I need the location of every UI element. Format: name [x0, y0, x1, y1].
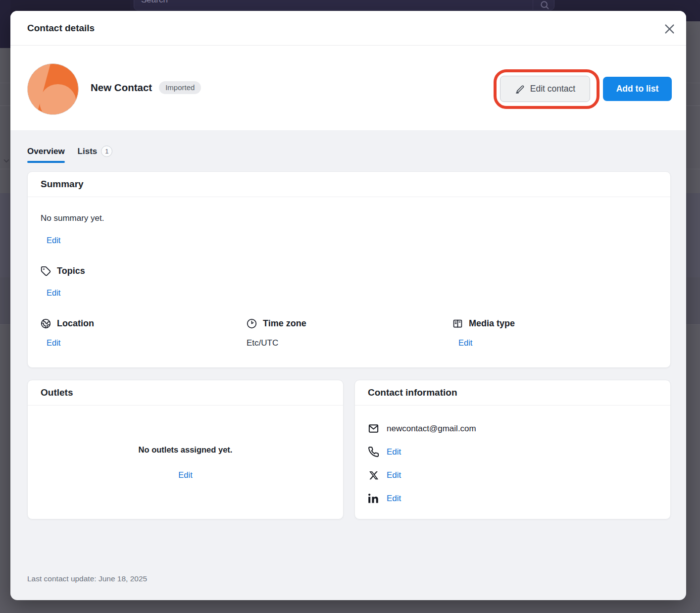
edit-contact-label: Edit contact [530, 84, 575, 94]
linkedin-row: Edit [368, 487, 657, 510]
outlets-title: Outlets [41, 387, 73, 398]
contact-name: New Contact [91, 82, 152, 94]
x-icon [368, 469, 379, 481]
media-type-edit-link[interactable]: Edit [458, 338, 472, 347]
topics-section: Topics [41, 266, 85, 276]
timezone-value: Etc/UTC [247, 338, 452, 348]
timezone-attribute: Time zone Etc/UTC [247, 318, 452, 348]
tab-lists[interactable]: Lists 1 [78, 146, 113, 163]
summary-edit-link[interactable]: Edit [47, 236, 60, 245]
outlets-empty-text: No outlets assigned yet. [139, 445, 233, 455]
summary-card: Summary No summary yet. Edit Topics Edit… [27, 171, 671, 368]
topics-edit-link[interactable]: Edit [47, 288, 60, 298]
modal-title: Contact details [27, 23, 95, 34]
email-icon [368, 423, 379, 434]
phone-icon [368, 446, 379, 458]
outlets-edit-link[interactable]: Edit [178, 470, 192, 480]
email-row: newcontact@gmail.com [368, 417, 657, 440]
tab-overview-label: Overview [27, 147, 65, 156]
imported-badge: Imported [159, 81, 201, 94]
avatar-shape [40, 84, 76, 115]
phone-edit-link[interactable]: Edit [387, 447, 401, 457]
contact-information-header: Contact information [355, 380, 670, 406]
linkedin-icon [368, 493, 379, 504]
tab-bar: Overview Lists 1 [27, 146, 112, 163]
media-type-label: Media type [469, 318, 515, 329]
timezone-label: Time zone [263, 318, 306, 329]
topics-label: Topics [57, 266, 85, 276]
attributes-row: Location Edit Time zone Etc/UTC [41, 318, 658, 348]
location-label: Location [57, 318, 94, 329]
x-edit-link[interactable]: Edit [387, 470, 401, 480]
search-input [141, 0, 517, 5]
outlets-card-header: Outlets [28, 380, 343, 406]
outlets-empty-state: No outlets assigned yet. Edit [28, 406, 343, 519]
media-type-attribute: Media type Edit [452, 318, 658, 348]
summary-card-header: Summary [28, 172, 670, 197]
close-button[interactable] [661, 20, 678, 37]
chevron-down-icon [2, 156, 11, 165]
clock-icon [247, 318, 257, 329]
phone-row: Edit [368, 440, 657, 463]
contact-information-card: Contact information newcontact@gmail.com… [354, 380, 671, 519]
x-row: Edit [368, 463, 657, 487]
location-attribute: Location Edit [41, 318, 247, 348]
contact-details-modal: Contact details New Contact Imported Edi… [10, 11, 686, 600]
lists-count-badge: 1 [101, 146, 112, 157]
summary-empty-text: No summary yet. [41, 213, 104, 223]
close-icon [663, 22, 676, 36]
contact-information-title: Contact information [368, 387, 457, 398]
add-to-list-button[interactable]: Add to list [603, 77, 672, 101]
contact-name-row: New Contact Imported [91, 81, 201, 94]
search-icon [540, 0, 550, 10]
last-update-text: Last contact update: June 18, 2025 [27, 574, 147, 583]
edit-contact-button[interactable]: Edit contact [500, 76, 590, 102]
tab-overview[interactable]: Overview [27, 146, 65, 163]
pencil-icon [515, 84, 525, 94]
contact-hero: New Contact Imported Edit contact Add to… [10, 46, 686, 130]
email-value: newcontact@gmail.com [387, 424, 476, 434]
modal-header: Contact details [10, 11, 686, 46]
location-edit-link[interactable]: Edit [47, 338, 60, 347]
tag-icon [41, 266, 51, 276]
linkedin-edit-link[interactable]: Edit [387, 494, 401, 504]
search-divider [533, 0, 533, 10]
avatar [27, 63, 79, 115]
navbar-left-edge [0, 0, 10, 48]
summary-title: Summary [41, 179, 84, 190]
outlets-card: Outlets No outlets assigned yet. Edit [27, 380, 344, 519]
global-search-field [134, 0, 554, 10]
contact-information-body: newcontact@gmail.com Edit Edit Edit [355, 406, 670, 510]
tab-lists-label: Lists [78, 147, 98, 156]
media-type-icon [452, 318, 463, 329]
globe-icon [41, 318, 51, 329]
